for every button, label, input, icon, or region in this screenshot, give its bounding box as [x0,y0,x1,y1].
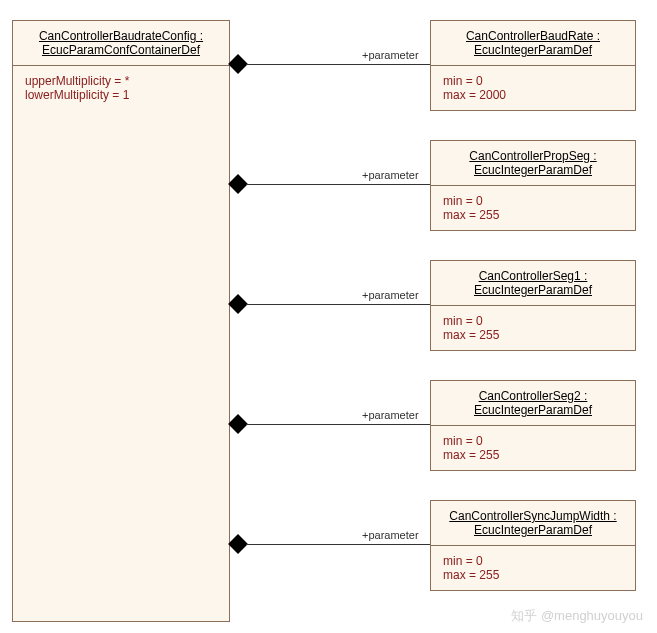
watermark-text: 知乎 @menghuyouyou [511,607,643,625]
param-min: min = 0 [443,314,623,328]
param-header: CanControllerSeg1 : EcucIntegerParamDef [431,261,635,306]
container-attributes: upperMultiplicity = * lowerMultiplicity … [13,66,229,110]
upper-multiplicity: upperMultiplicity = * [25,74,217,88]
param-name-line2: EcucIntegerParamDef [439,283,627,297]
connector-line [246,544,430,545]
param-max: max = 255 [443,448,623,462]
param-min: min = 0 [443,194,623,208]
param-name-line2: EcucIntegerParamDef [439,43,627,57]
composition-diamond-icon [228,534,248,554]
container-name-line1: CanControllerBaudrateConfig : [23,29,219,43]
connector-line [246,64,430,65]
composition-diamond-icon [228,294,248,314]
connector-line [246,184,430,185]
param-box-propseg: CanControllerPropSeg : EcucIntegerParamD… [430,140,636,231]
role-label: +parameter [362,409,419,421]
param-header: CanControllerBaudRate : EcucIntegerParam… [431,21,635,66]
param-min: min = 0 [443,434,623,448]
param-body: min = 0 max = 2000 [431,66,635,110]
param-name-line1: CanControllerPropSeg : [439,149,627,163]
param-name-line1: CanControllerSeg2 : [439,389,627,403]
role-label: +parameter [362,289,419,301]
param-body: min = 0 max = 255 [431,426,635,470]
param-max: max = 255 [443,328,623,342]
param-header: CanControllerSeg2 : EcucIntegerParamDef [431,381,635,426]
param-max: max = 2000 [443,88,623,102]
param-body: min = 0 max = 255 [431,546,635,590]
param-box-syncjumpwidth: CanControllerSyncJumpWidth : EcucInteger… [430,500,636,591]
param-name-line2: EcucIntegerParamDef [439,403,627,417]
param-box-seg2: CanControllerSeg2 : EcucIntegerParamDef … [430,380,636,471]
composition-diamond-icon [228,174,248,194]
param-box-seg1: CanControllerSeg1 : EcucIntegerParamDef … [430,260,636,351]
param-header: CanControllerSyncJumpWidth : EcucInteger… [431,501,635,546]
composition-diamond-icon [228,414,248,434]
param-box-baudrate: CanControllerBaudRate : EcucIntegerParam… [430,20,636,111]
param-max: max = 255 [443,568,623,582]
param-body: min = 0 max = 255 [431,186,635,230]
param-min: min = 0 [443,554,623,568]
connector-line [246,424,430,425]
lower-multiplicity: lowerMultiplicity = 1 [25,88,217,102]
param-name-line1: CanControllerSyncJumpWidth : [439,509,627,523]
role-label: +parameter [362,529,419,541]
role-label: +parameter [362,169,419,181]
role-label: +parameter [362,49,419,61]
param-name-line2: EcucIntegerParamDef [439,523,627,537]
composition-diamond-icon [228,54,248,74]
param-min: min = 0 [443,74,623,88]
connector-line [246,304,430,305]
param-max: max = 255 [443,208,623,222]
param-name-line1: CanControllerBaudRate : [439,29,627,43]
param-name-line1: CanControllerSeg1 : [439,269,627,283]
container-def-box: CanControllerBaudrateConfig : EcucParamC… [12,20,230,622]
container-name-line2: EcucParamConfContainerDef [23,43,219,57]
param-body: min = 0 max = 255 [431,306,635,350]
param-header: CanControllerPropSeg : EcucIntegerParamD… [431,141,635,186]
param-name-line2: EcucIntegerParamDef [439,163,627,177]
container-header: CanControllerBaudrateConfig : EcucParamC… [13,21,229,66]
